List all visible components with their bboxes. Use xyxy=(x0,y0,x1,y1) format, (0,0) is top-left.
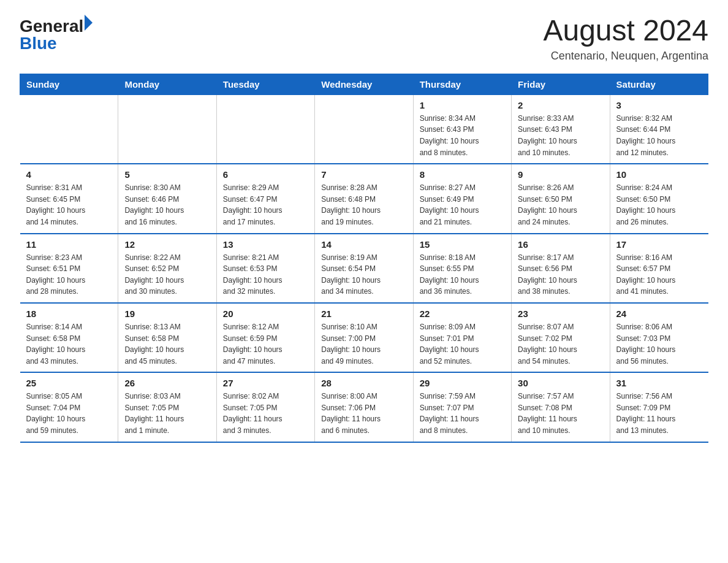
day-info: Sunrise: 8:13 AM Sunset: 6:58 PM Dayligh… xyxy=(124,321,210,367)
day-info: Sunrise: 7:56 AM Sunset: 7:09 PM Dayligh… xyxy=(616,391,702,436)
day-info: Sunrise: 8:21 AM Sunset: 6:53 PM Dayligh… xyxy=(223,252,308,297)
day-number: 28 xyxy=(321,378,406,388)
day-number: 29 xyxy=(420,378,505,388)
calendar-body: 1Sunrise: 8:34 AM Sunset: 6:43 PM Daylig… xyxy=(20,94,708,442)
day-info: Sunrise: 8:34 AM Sunset: 6:43 PM Dayligh… xyxy=(420,113,505,158)
day-number: 17 xyxy=(616,239,702,250)
day-number: 19 xyxy=(124,308,210,319)
calendar-cell: 18Sunrise: 8:14 AM Sunset: 6:58 PM Dayli… xyxy=(20,303,118,372)
day-number: 1 xyxy=(420,100,505,110)
day-info: Sunrise: 8:22 AM Sunset: 6:52 PM Dayligh… xyxy=(124,252,210,297)
calendar-cell: 4Sunrise: 8:31 AM Sunset: 6:45 PM Daylig… xyxy=(20,164,118,233)
day-number: 25 xyxy=(26,378,112,388)
calendar-header: Sunday Monday Tuesday Wednesday Thursday… xyxy=(20,74,708,94)
calendar-cell: 5Sunrise: 8:30 AM Sunset: 6:46 PM Daylig… xyxy=(118,164,216,233)
day-info: Sunrise: 8:07 AM Sunset: 7:02 PM Dayligh… xyxy=(518,321,603,367)
logo-blue-text: Blue xyxy=(20,34,57,53)
day-info: Sunrise: 8:05 AM Sunset: 7:04 PM Dayligh… xyxy=(26,391,112,436)
logo-general-text: General xyxy=(20,17,83,36)
day-info: Sunrise: 8:03 AM Sunset: 7:05 PM Dayligh… xyxy=(124,391,210,436)
day-info: Sunrise: 8:12 AM Sunset: 6:59 PM Dayligh… xyxy=(223,321,308,367)
calendar-cell xyxy=(216,94,314,164)
calendar-cell: 2Sunrise: 8:33 AM Sunset: 6:43 PM Daylig… xyxy=(512,94,610,164)
day-info: Sunrise: 8:02 AM Sunset: 7:05 PM Dayligh… xyxy=(223,391,308,436)
calendar-cell xyxy=(20,94,118,164)
day-info: Sunrise: 8:31 AM Sunset: 6:45 PM Dayligh… xyxy=(26,182,112,228)
day-number: 11 xyxy=(26,239,112,250)
calendar-cell: 29Sunrise: 7:59 AM Sunset: 7:07 PM Dayli… xyxy=(413,372,511,442)
day-number: 15 xyxy=(420,239,505,250)
day-info: Sunrise: 8:14 AM Sunset: 6:58 PM Dayligh… xyxy=(26,321,112,367)
calendar-week-row: 11Sunrise: 8:23 AM Sunset: 6:51 PM Dayli… xyxy=(20,234,708,303)
calendar-cell: 6Sunrise: 8:29 AM Sunset: 6:47 PM Daylig… xyxy=(216,164,314,233)
calendar-table: Sunday Monday Tuesday Wednesday Thursday… xyxy=(20,74,708,443)
calendar-cell: 30Sunrise: 7:57 AM Sunset: 7:08 PM Dayli… xyxy=(512,372,610,442)
day-number: 7 xyxy=(321,169,406,180)
day-info: Sunrise: 8:26 AM Sunset: 6:50 PM Dayligh… xyxy=(518,182,603,228)
calendar-cell: 1Sunrise: 8:34 AM Sunset: 6:43 PM Daylig… xyxy=(413,94,511,164)
calendar-cell: 13Sunrise: 8:21 AM Sunset: 6:53 PM Dayli… xyxy=(216,234,314,303)
calendar-week-row: 18Sunrise: 8:14 AM Sunset: 6:58 PM Dayli… xyxy=(20,303,708,372)
col-friday: Friday xyxy=(512,74,610,94)
day-info: Sunrise: 8:19 AM Sunset: 6:54 PM Dayligh… xyxy=(321,252,406,297)
day-info: Sunrise: 8:29 AM Sunset: 6:47 PM Dayligh… xyxy=(223,182,308,228)
calendar-cell: 21Sunrise: 8:10 AM Sunset: 7:00 PM Dayli… xyxy=(315,303,413,372)
calendar-cell: 26Sunrise: 8:03 AM Sunset: 7:05 PM Dayli… xyxy=(118,372,216,442)
day-number: 3 xyxy=(616,100,702,110)
calendar-cell xyxy=(315,94,413,164)
calendar-cell: 3Sunrise: 8:32 AM Sunset: 6:44 PM Daylig… xyxy=(610,94,708,164)
col-tuesday: Tuesday xyxy=(216,74,314,94)
day-number: 27 xyxy=(223,378,308,388)
day-number: 20 xyxy=(223,308,308,319)
day-number: 13 xyxy=(223,239,308,250)
calendar-cell: 27Sunrise: 8:02 AM Sunset: 7:05 PM Dayli… xyxy=(216,372,314,442)
calendar-cell: 24Sunrise: 8:06 AM Sunset: 7:03 PM Dayli… xyxy=(610,303,708,372)
day-number: 14 xyxy=(321,239,406,250)
day-number: 8 xyxy=(420,169,505,180)
day-number: 16 xyxy=(518,239,603,250)
day-info: Sunrise: 7:59 AM Sunset: 7:07 PM Dayligh… xyxy=(420,391,505,436)
col-sunday: Sunday xyxy=(20,74,118,94)
day-info: Sunrise: 8:00 AM Sunset: 7:06 PM Dayligh… xyxy=(321,391,406,436)
day-number: 9 xyxy=(518,169,603,180)
page-header: General Blue August 2024 Centenario, Neu… xyxy=(20,15,708,63)
calendar-week-row: 4Sunrise: 8:31 AM Sunset: 6:45 PM Daylig… xyxy=(20,164,708,233)
calendar-cell: 20Sunrise: 8:12 AM Sunset: 6:59 PM Dayli… xyxy=(216,303,314,372)
calendar-week-row: 25Sunrise: 8:05 AM Sunset: 7:04 PM Dayli… xyxy=(20,372,708,442)
day-info: Sunrise: 8:24 AM Sunset: 6:50 PM Dayligh… xyxy=(616,182,702,228)
calendar-cell: 16Sunrise: 8:17 AM Sunset: 6:56 PM Dayli… xyxy=(512,234,610,303)
calendar-cell: 23Sunrise: 8:07 AM Sunset: 7:02 PM Dayli… xyxy=(512,303,610,372)
calendar-cell: 31Sunrise: 7:56 AM Sunset: 7:09 PM Dayli… xyxy=(610,372,708,442)
day-number: 12 xyxy=(124,239,210,250)
day-info: Sunrise: 8:28 AM Sunset: 6:48 PM Dayligh… xyxy=(321,182,406,228)
header-row: Sunday Monday Tuesday Wednesday Thursday… xyxy=(20,74,708,94)
day-number: 21 xyxy=(321,308,406,319)
location-subtitle: Centenario, Neuquen, Argentina xyxy=(543,50,708,63)
calendar-cell xyxy=(118,94,216,164)
day-info: Sunrise: 8:33 AM Sunset: 6:43 PM Dayligh… xyxy=(518,113,603,158)
calendar-cell: 14Sunrise: 8:19 AM Sunset: 6:54 PM Dayli… xyxy=(315,234,413,303)
col-monday: Monday xyxy=(118,74,216,94)
day-number: 24 xyxy=(616,308,702,319)
calendar-cell: 7Sunrise: 8:28 AM Sunset: 6:48 PM Daylig… xyxy=(315,164,413,233)
title-area: August 2024 Centenario, Neuquen, Argenti… xyxy=(543,15,708,63)
day-number: 26 xyxy=(124,378,210,388)
day-info: Sunrise: 8:18 AM Sunset: 6:55 PM Dayligh… xyxy=(420,252,505,297)
day-number: 23 xyxy=(518,308,603,319)
col-saturday: Saturday xyxy=(610,74,708,94)
calendar-cell: 12Sunrise: 8:22 AM Sunset: 6:52 PM Dayli… xyxy=(118,234,216,303)
calendar-cell: 22Sunrise: 8:09 AM Sunset: 7:01 PM Dayli… xyxy=(413,303,511,372)
day-info: Sunrise: 8:16 AM Sunset: 6:57 PM Dayligh… xyxy=(616,252,702,297)
month-title: August 2024 xyxy=(543,15,708,47)
day-number: 18 xyxy=(26,308,112,319)
day-number: 22 xyxy=(420,308,505,319)
col-thursday: Thursday xyxy=(413,74,511,94)
day-number: 4 xyxy=(26,169,112,180)
day-info: Sunrise: 8:32 AM Sunset: 6:44 PM Dayligh… xyxy=(616,113,702,158)
calendar-cell: 25Sunrise: 8:05 AM Sunset: 7:04 PM Dayli… xyxy=(20,372,118,442)
day-info: Sunrise: 8:09 AM Sunset: 7:01 PM Dayligh… xyxy=(420,321,505,367)
day-number: 30 xyxy=(518,378,603,388)
calendar-cell: 10Sunrise: 8:24 AM Sunset: 6:50 PM Dayli… xyxy=(610,164,708,233)
day-info: Sunrise: 8:10 AM Sunset: 7:00 PM Dayligh… xyxy=(321,321,406,367)
calendar-cell: 17Sunrise: 8:16 AM Sunset: 6:57 PM Dayli… xyxy=(610,234,708,303)
